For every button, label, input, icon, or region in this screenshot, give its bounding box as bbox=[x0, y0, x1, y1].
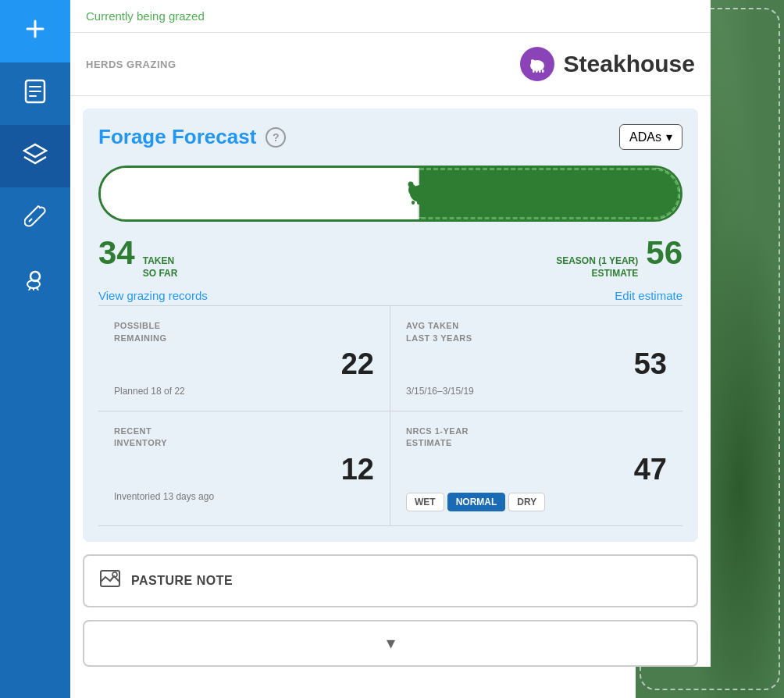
sidebar-item-layers[interactable] bbox=[0, 125, 70, 187]
svg-point-15 bbox=[531, 59, 534, 62]
sidebar-item-weather[interactable] bbox=[0, 250, 70, 312]
recent-inventory-value: 12 bbox=[341, 453, 374, 486]
avg-taken-sub: 3/15/16–3/15/19 bbox=[406, 386, 667, 397]
possible-remaining-value: 22 bbox=[341, 347, 374, 381]
document-icon bbox=[24, 79, 46, 109]
nrcs-buttons-group: WET NORMAL DRY bbox=[406, 493, 667, 511]
layers-icon bbox=[23, 143, 48, 170]
possible-remaining-sub: Planned 18 of 22 bbox=[114, 386, 374, 397]
bottom-expand-section[interactable]: ▾ bbox=[83, 620, 698, 667]
sidebar bbox=[0, 0, 70, 698]
edit-estimate-link[interactable]: Edit estimate bbox=[615, 289, 682, 302]
possible-remaining-label: POSSIBLE REMAINING bbox=[114, 320, 374, 344]
currently-grazing-text: Currently being grazed bbox=[86, 9, 205, 23]
svg-rect-23 bbox=[412, 201, 415, 205]
recent-inventory-label: RECENT INVENTORY bbox=[114, 426, 374, 450]
svg-marker-6 bbox=[24, 144, 46, 157]
sidebar-item-tools[interactable] bbox=[0, 187, 70, 250]
svg-rect-16 bbox=[533, 69, 535, 73]
avg-taken-label: AVG TAKEN LAST 3 YEARS bbox=[406, 320, 667, 344]
forage-progress-bar bbox=[98, 166, 682, 222]
season-estimate-label: SEASON (1 YEAR) ESTIMATE bbox=[556, 255, 638, 280]
view-grazing-records-link[interactable]: View grazing records bbox=[98, 289, 208, 302]
taken-so-far-value: 34 bbox=[98, 234, 135, 272]
progress-track bbox=[98, 166, 682, 222]
wrench-icon bbox=[24, 205, 46, 233]
recent-inventory-sub: Inventoried 13 days ago bbox=[114, 491, 374, 502]
forage-forecast-title: Forage Forecast bbox=[98, 125, 256, 149]
nrcs-normal-button[interactable]: NORMAL bbox=[447, 493, 506, 511]
herd-name-group: Steakhouse bbox=[520, 47, 695, 81]
nrcs-value-row: 47 bbox=[406, 453, 667, 486]
svg-rect-18 bbox=[539, 69, 541, 73]
metric-grid: POSSIBLE REMAINING 22 Planned 18 of 22 A… bbox=[98, 305, 682, 526]
recent-inventory-cell: RECENT INVENTORY 12 Inventoried 13 days … bbox=[98, 411, 390, 526]
svg-rect-24 bbox=[417, 201, 420, 205]
nrcs-value: 47 bbox=[634, 453, 667, 486]
taken-so-far-label: TAKEN SO FAR bbox=[143, 255, 178, 280]
herd-icon bbox=[520, 47, 554, 81]
currently-grazing-header: Currently being grazed bbox=[70, 0, 711, 33]
nrcs-cell: NRCS 1-YEAR ESTIMATE 47 WET NORMAL DRY bbox=[390, 411, 682, 526]
main-content: Currently being grazed HERDS GRAZING bbox=[70, 0, 784, 698]
taken-so-far-stat: 34 TAKEN SO FAR bbox=[98, 234, 177, 280]
sidebar-item-document[interactable] bbox=[0, 62, 70, 125]
pasture-note-label: PASTURE NOTE bbox=[131, 574, 233, 588]
herds-grazing-label: HERDS GRAZING bbox=[86, 59, 176, 70]
help-button[interactable]: ? bbox=[265, 127, 286, 148]
forage-forecast-header: Forage Forecast ? ADAs ▾ bbox=[98, 124, 682, 150]
svg-line-7 bbox=[29, 219, 32, 222]
svg-point-22 bbox=[408, 182, 413, 187]
weather-icon bbox=[23, 267, 48, 296]
forage-title-group: Forage Forecast ? bbox=[98, 125, 286, 149]
possible-remaining-cell: POSSIBLE REMAINING 22 Planned 18 of 22 bbox=[98, 306, 390, 411]
nrcs-label: NRCS 1-YEAR ESTIMATE bbox=[406, 426, 667, 450]
progress-remaining bbox=[419, 168, 680, 219]
content-panel: Currently being grazed HERDS GRAZING bbox=[70, 0, 711, 667]
chevron-down-icon: ▾ bbox=[387, 633, 395, 653]
cow-progress-icon bbox=[402, 176, 437, 211]
nrcs-wet-button[interactable]: WET bbox=[406, 493, 444, 511]
herd-name: Steakhouse bbox=[564, 51, 695, 77]
pasture-note-icon bbox=[100, 570, 120, 592]
herds-grazing-row: HERDS GRAZING Steakhouse bbox=[70, 33, 711, 96]
season-estimate-stat: SEASON (1 YEAR) ESTIMATE 56 bbox=[556, 234, 682, 280]
chevron-down-icon: ▾ bbox=[666, 130, 672, 144]
svg-rect-17 bbox=[536, 69, 538, 73]
forage-links-row: View grazing records Edit estimate bbox=[98, 289, 682, 302]
season-estimate-value: 56 bbox=[646, 234, 682, 272]
add-icon bbox=[23, 16, 48, 47]
sidebar-item-add[interactable] bbox=[0, 0, 70, 62]
forage-stats-row: 34 TAKEN SO FAR SEASON (1 YEAR) ESTIMATE… bbox=[98, 234, 682, 280]
svg-rect-19 bbox=[542, 69, 544, 73]
nrcs-dry-button[interactable]: DRY bbox=[508, 493, 545, 511]
possible-remaining-value-row: 22 bbox=[114, 347, 374, 381]
avg-taken-value-row: 53 bbox=[406, 347, 667, 381]
progress-fill bbox=[101, 168, 304, 219]
avg-taken-value: 53 bbox=[634, 347, 667, 381]
recent-inventory-value-row: 12 bbox=[114, 453, 374, 486]
pasture-note-button[interactable]: PASTURE NOTE bbox=[83, 554, 698, 607]
svg-rect-26 bbox=[428, 201, 431, 205]
svg-rect-25 bbox=[422, 201, 426, 205]
avg-taken-cell: AVG TAKEN LAST 3 YEARS 53 3/15/16–3/15/1… bbox=[390, 306, 682, 411]
forage-forecast-section: Forage Forecast ? ADAs ▾ bbox=[83, 109, 698, 542]
adas-dropdown[interactable]: ADAs ▾ bbox=[619, 124, 682, 150]
adas-label: ADAs bbox=[629, 130, 661, 144]
